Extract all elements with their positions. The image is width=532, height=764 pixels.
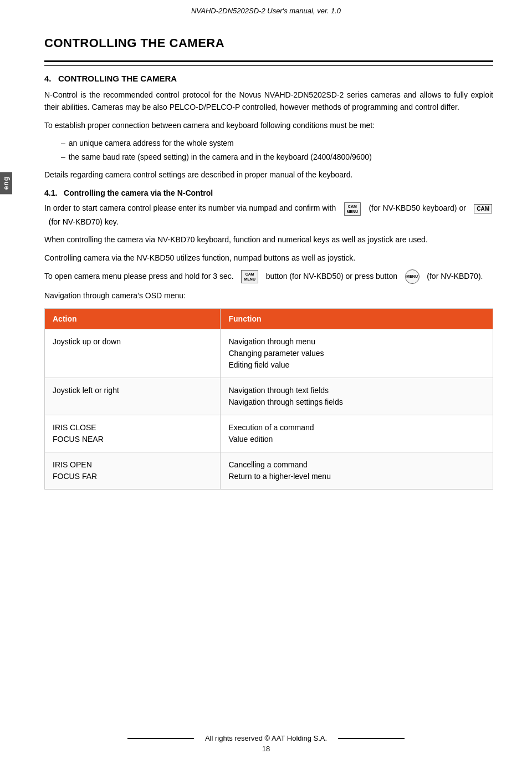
footer-line-left bbox=[127, 738, 194, 739]
section4-intro1: N-Control is the recommended control pro… bbox=[44, 89, 493, 114]
footer-copyright: All rights reserved © AAT Holding S.A. bbox=[205, 734, 327, 742]
table-header-action: Action bbox=[45, 309, 221, 329]
para1a-text: In order to start camera control please … bbox=[44, 203, 336, 212]
table-cell-function-3: Cancelling a command Return to a higher-… bbox=[221, 452, 493, 490]
table-cell-action-3: IRIS OPEN FOCUS FAR bbox=[45, 452, 221, 490]
subsection41-title-text: Controlling the camera via the N-Control bbox=[64, 189, 213, 197]
osd-table: Action Function Joystick up or downNavig… bbox=[44, 308, 493, 490]
section-divider-top bbox=[44, 60, 493, 62]
cam-button: CAM bbox=[474, 204, 492, 213]
page-footer: All rights reserved © AAT Holding S.A. 1… bbox=[0, 734, 532, 753]
page-content: CONTROLLING THE CAMERA 4. CONTROLLING TH… bbox=[0, 19, 532, 523]
subsection41-para3: Controlling camera via the NV-KBD50 util… bbox=[44, 252, 493, 264]
header-title: NVAHD-2DN5202SD-2 User's manual, ver. 1.… bbox=[191, 7, 341, 15]
cam-menu-icon-2: CAM MENU bbox=[241, 270, 258, 283]
page-main-title: CONTROLLING THE CAMERA bbox=[44, 36, 493, 50]
page-wrapper: NVAHD-2DN5202SD-2 User's manual, ver. 1.… bbox=[0, 0, 532, 764]
footer-lines: All rights reserved © AAT Holding S.A. bbox=[0, 734, 532, 742]
section4-bullets: an unique camera address for the whole s… bbox=[61, 137, 493, 163]
table-cell-action-1: Joystick left or right bbox=[45, 378, 221, 415]
table-cell-function-1: Navigation through text fields Navigatio… bbox=[221, 378, 493, 415]
nav-title: Navigation through camera’s OSD menu: bbox=[44, 289, 493, 302]
para4c-text: (for NV-KBD70). bbox=[427, 272, 483, 281]
page-number: 18 bbox=[0, 745, 532, 753]
section4-title-text: CONTROLLING THE CAMERA bbox=[58, 74, 177, 83]
para4a-text: To open camera menu please press and hol… bbox=[44, 272, 234, 281]
language-label: eng bbox=[0, 172, 12, 194]
bullet-2: the same baud rate (speed setting) in th… bbox=[61, 151, 493, 163]
table-cell-action-2: IRIS CLOSE FOCUS NEAR bbox=[45, 415, 221, 452]
subsection41-para2: When controlling the camera via NV-KBD70… bbox=[44, 233, 493, 246]
table-cell-action-0: Joystick up or down bbox=[45, 329, 221, 378]
para1c-text: (for NV-KBD70) key. bbox=[49, 217, 119, 226]
para1b-text: (for NV-KBD50 keyboard) or bbox=[369, 203, 466, 212]
section4-details: Details regarding camera control setting… bbox=[44, 169, 493, 181]
section4-title: 4. CONTROLLING THE CAMERA bbox=[44, 74, 493, 83]
para4b-text: button (for NV-KBD50) or press button bbox=[266, 272, 397, 281]
subsection41-title: 4.1. Controlling the camera via the N-Co… bbox=[44, 189, 493, 197]
table-cell-function-0: Navigation through menu Changing paramet… bbox=[221, 329, 493, 378]
table-cell-function-2: Execution of a command Value edition bbox=[221, 415, 493, 452]
page-header: NVAHD-2DN5202SD-2 User's manual, ver. 1.… bbox=[0, 0, 532, 19]
subsection41-para4: To open camera menu please press and hol… bbox=[44, 269, 493, 284]
bullet-1: an unique camera address for the whole s… bbox=[61, 137, 493, 149]
table-header-function: Function bbox=[221, 309, 493, 329]
footer-line-right bbox=[338, 738, 405, 739]
subsection41-para1: In order to start camera control please … bbox=[44, 202, 493, 228]
section4-intro2: To establish proper connection between c… bbox=[44, 119, 493, 131]
subsection41-number: 4.1. bbox=[44, 189, 57, 197]
section4-number: 4. bbox=[44, 74, 52, 83]
cam-menu-icon: CAM MENU bbox=[344, 202, 361, 216]
menu-circle-icon: MENU bbox=[405, 269, 420, 284]
section-divider-thin bbox=[44, 65, 493, 66]
